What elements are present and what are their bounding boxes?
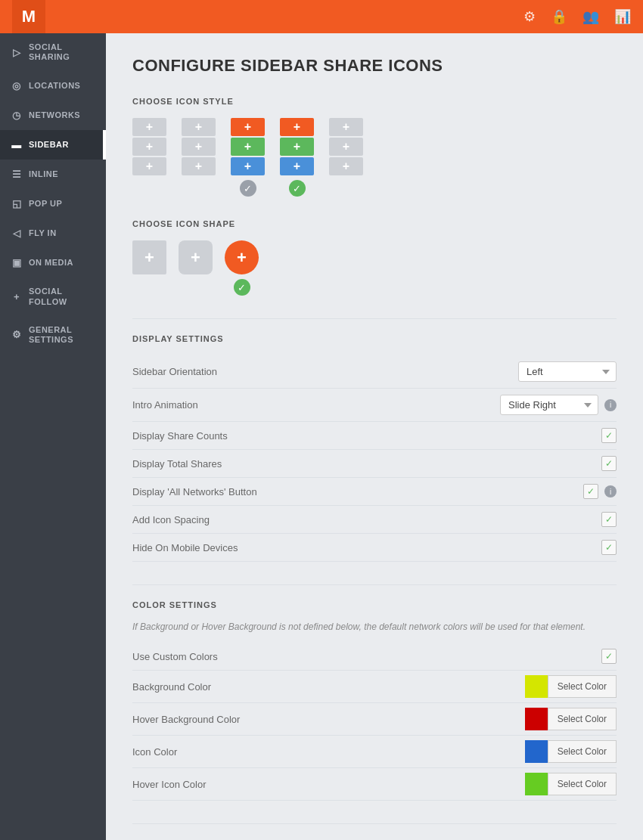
lock-icon[interactable]: 🔒 (551, 8, 567, 25)
icon-spacing-checkbox[interactable]: ✓ (601, 512, 617, 527)
icon-btn-gray-3[interactable]: + (132, 157, 166, 175)
hide-mobile-control: ✓ (601, 540, 617, 555)
flyin-icon: ◁ (11, 228, 23, 239)
icon-style-check-gray: ✓ (240, 180, 256, 197)
icon-btn-gray-7[interactable]: + (329, 118, 363, 136)
animation-info-icon[interactable]: i (604, 399, 617, 411)
icon-btn-gray-8[interactable]: + (329, 138, 363, 156)
sidebar-item-onmedia[interactable]: ▣ ON MEDIA (0, 248, 106, 277)
hover-bg-color-picker: Select Color (525, 708, 617, 730)
color-settings-section: Color Settings If Background or Hover Ba… (132, 600, 617, 801)
icon-btn-gray-2[interactable]: + (132, 138, 166, 156)
users-icon[interactable]: 👥 (582, 8, 599, 25)
bg-color-swatch[interactable] (525, 675, 548, 698)
shape-option-circle[interactable]: + ✓ (225, 240, 259, 296)
location-icon: ◎ (11, 80, 23, 91)
icon-shape-row: + + + ✓ (132, 240, 617, 296)
color-section-title: Color Settings (132, 600, 617, 609)
icon-style-option-2[interactable]: + + + (182, 118, 216, 175)
icon-btn-gray-1[interactable]: + (132, 118, 166, 136)
settings-row-all-networks: Display 'All Networks' Button ✓ i (132, 478, 617, 506)
sidebar-item-flyin[interactable]: ◁ FLY IN (0, 219, 106, 248)
display-settings-section: Display Settings Sidebar Orientation Lef… (132, 334, 617, 562)
share-counts-control: ✓ (601, 428, 617, 443)
hover-bg-color-label: Hover Background Color (132, 714, 525, 725)
settings-icon: ⚙ (11, 329, 23, 340)
bg-color-picker: Select Color (525, 675, 617, 698)
sidebar-item-locations[interactable]: ◎ LOCATIONS (0, 71, 106, 101)
settings-row-share-counts: Display Share Counts ✓ (132, 422, 617, 450)
settings-row-animation: Intro Animation Slide Right Fade In None… (132, 389, 617, 422)
divider-1 (132, 318, 617, 319)
icon-style-check-green: ✓ (289, 180, 306, 197)
animation-control: Slide Right Fade In None i (500, 395, 617, 415)
icon-style-option-1[interactable]: + + + (132, 118, 166, 175)
inline-icon: ☰ (11, 169, 23, 180)
icon-color-swatch[interactable] (525, 740, 548, 763)
chart-icon[interactable]: 📊 (614, 8, 631, 25)
sidebar-item-sidebar[interactable]: ▬ SIDEBAR (0, 130, 106, 160)
icon-color-select-btn[interactable]: Select Color (548, 740, 617, 763)
settings-row-total-shares: Display Total Shares ✓ (132, 450, 617, 478)
top-header: M ⚙ 🔒 👥 📊 (0, 0, 643, 33)
icon-btn-gray-5[interactable]: + (182, 138, 216, 156)
animation-label: Intro Animation (132, 399, 500, 411)
icon-btn-orange-2[interactable]: + (280, 118, 314, 136)
share-counts-label: Display Share Counts (132, 430, 601, 442)
hover-icon-color-label: Hover Icon Color (132, 779, 525, 790)
total-shares-checkbox[interactable]: ✓ (601, 456, 617, 471)
icon-btn-gray-4[interactable]: + (182, 118, 216, 136)
icon-style-option-3[interactable]: + + + ✓ (231, 118, 265, 197)
shape-square-btn[interactable]: + (132, 240, 166, 274)
main-content: Configure Sidebar Share Icons Choose Ico… (106, 33, 643, 840)
animation-select[interactable]: Slide Right Fade In None (500, 395, 598, 415)
hover-icon-color-swatch[interactable] (525, 773, 548, 795)
popup-icon: ◱ (11, 198, 23, 209)
layout: ▷ SOCIAL SHARING ◎ LOCATIONS ◷ NETWORKS … (0, 33, 643, 840)
follow-icon: + (11, 291, 23, 302)
shape-rounded-btn[interactable]: + (179, 240, 213, 274)
icon-spacing-control: ✓ (601, 512, 617, 527)
custom-colors-checkbox[interactable]: ✓ (601, 649, 617, 664)
icon-style-option-5[interactable]: + + + (329, 118, 363, 175)
icon-btn-green[interactable]: + (231, 138, 265, 156)
hover-bg-color-select-btn[interactable]: Select Color (548, 708, 617, 730)
bg-color-select-btn[interactable]: Select Color (548, 675, 617, 698)
media-icon: ▣ (11, 257, 23, 268)
icon-btn-gray-9[interactable]: + (329, 157, 363, 175)
sidebar-item-social-follow[interactable]: + SOCIAL FOLLOW (0, 277, 106, 315)
shape-option-rounded[interactable]: + (179, 240, 213, 274)
share-icon: ▷ (11, 47, 23, 58)
page-title: Configure Sidebar Share Icons (132, 56, 617, 76)
sidebar-item-networks[interactable]: ◷ NETWORKS (0, 101, 106, 130)
shape-circle-btn[interactable]: + (225, 240, 259, 274)
total-shares-label: Display Total Shares (132, 458, 601, 470)
color-row-background: Background Color Select Color (132, 671, 617, 703)
hover-icon-color-select-btn[interactable]: Select Color (548, 773, 617, 795)
icon-style-option-4[interactable]: + + + ✓ (280, 118, 314, 197)
hover-bg-color-swatch[interactable] (525, 708, 548, 730)
orientation-select[interactable]: Left Right (518, 361, 617, 382)
shape-option-square[interactable]: + (132, 240, 166, 274)
sidebar-item-inline[interactable]: ☰ INLINE (0, 160, 106, 189)
all-networks-info-icon[interactable]: i (604, 485, 617, 497)
orientation-control: Left Right (518, 361, 617, 382)
settings-row-hide-mobile: Hide On Mobile Devices ✓ (132, 534, 617, 562)
divider-3 (132, 823, 617, 824)
all-networks-checkbox[interactable]: ✓ (583, 484, 598, 499)
share-counts-checkbox[interactable]: ✓ (601, 428, 617, 443)
sidebar-item-popup[interactable]: ◱ POP UP (0, 189, 106, 219)
gear-icon[interactable]: ⚙ (523, 8, 536, 25)
hide-mobile-checkbox[interactable]: ✓ (601, 540, 617, 555)
icon-btn-orange[interactable]: + (231, 118, 265, 136)
icon-btn-blue[interactable]: + (231, 157, 265, 175)
icon-btn-gray-6[interactable]: + (182, 157, 216, 175)
settings-row-icon-spacing: Add Icon Spacing ✓ (132, 506, 617, 534)
color-row-hover-background: Hover Background Color Select Color (132, 703, 617, 736)
icon-color-picker: Select Color (525, 740, 617, 763)
custom-colors-control: ✓ (601, 649, 617, 664)
sidebar-item-general-settings[interactable]: ⚙ GENERAL SETTINGS (0, 316, 106, 354)
sidebar-item-social-sharing[interactable]: ▷ SOCIAL SHARING (0, 33, 106, 71)
icon-btn-blue-2[interactable]: + (280, 157, 314, 175)
icon-btn-green-2[interactable]: + (280, 138, 314, 156)
